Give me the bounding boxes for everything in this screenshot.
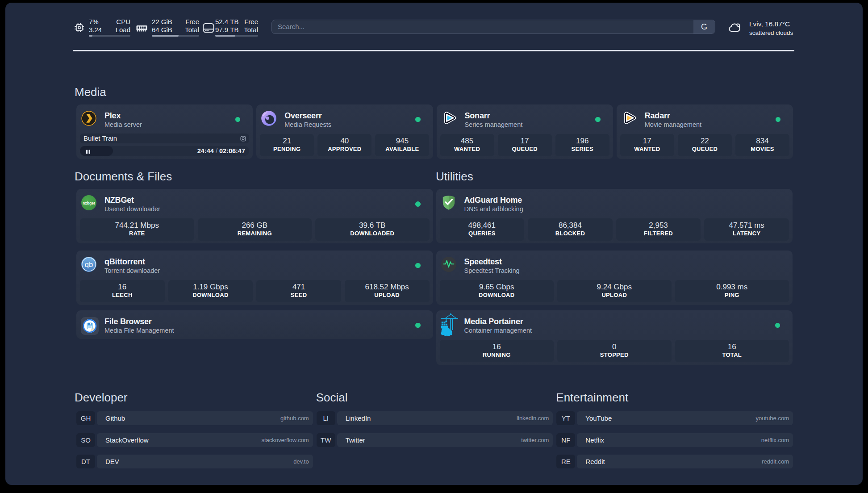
svg-text:qb: qb (85, 260, 93, 268)
svg-text:nzbget: nzbget (83, 201, 95, 205)
